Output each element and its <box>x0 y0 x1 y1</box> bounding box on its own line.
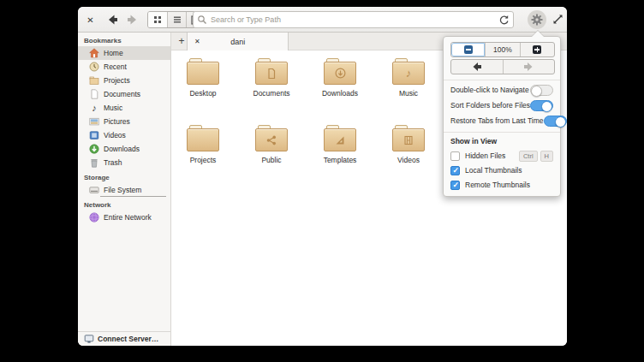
music-note-glyph: ♪ <box>406 68 412 80</box>
share-glyph <box>265 134 277 146</box>
zoom-level: 100% <box>485 43 520 56</box>
screen-background: ✕ <box>0 0 644 362</box>
file-label: Music <box>399 89 418 98</box>
file-item-downloads[interactable]: Downloads <box>312 58 368 98</box>
sidebar-item-entire-network[interactable]: Entire Network <box>78 211 170 224</box>
zoom-out-icon <box>464 45 473 54</box>
sidebar-item-label: File System <box>104 186 141 194</box>
sidebar-item-documents[interactable]: Documents <box>78 87 170 101</box>
menu-item-label: Remote Thumbnails <box>465 181 553 189</box>
file-item-templates[interactable]: Templates <box>312 125 368 164</box>
sidebar-item-music[interactable]: ♪ Music <box>78 101 170 115</box>
back-button[interactable] <box>104 11 121 28</box>
sidebar-item-downloads[interactable]: Downloads <box>78 142 170 156</box>
sidebar-item-label: Videos <box>104 131 126 139</box>
folder-public-icon <box>255 125 288 151</box>
folder-videos-icon <box>392 125 425 151</box>
file-label: Videos <box>397 156 420 164</box>
window-close-button[interactable]: ✕ <box>84 14 97 27</box>
menu-history-control <box>450 59 555 74</box>
search-bar <box>193 11 514 28</box>
file-item-music[interactable]: ♪ Music <box>380 58 437 98</box>
menu-item-hidden-files[interactable]: Hidden Files Ctrl H <box>450 149 553 163</box>
shortcut-key-ctrl: Ctrl <box>519 151 538 162</box>
forward-button[interactable] <box>124 11 141 28</box>
file-label: Projects <box>190 156 217 164</box>
sidebar-item-label: Music <box>104 104 122 112</box>
tab-label: dani <box>200 38 288 46</box>
zoom-control: 100% <box>450 42 555 57</box>
sidebar-item-pictures[interactable]: Pictures <box>78 115 170 128</box>
folder-icon <box>187 125 219 151</box>
tab-close-button[interactable]: ✕ <box>188 38 200 45</box>
tab-dani[interactable]: ✕ dani <box>187 33 289 50</box>
file-label: Documents <box>253 89 290 98</box>
network-header: Network <box>78 197 170 211</box>
connect-server-button[interactable]: Connect Server… <box>78 331 170 346</box>
menu-forward-button[interactable] <box>503 60 555 74</box>
menu-separator <box>444 132 560 133</box>
sidebar-item-recent[interactable]: Recent <box>78 60 170 74</box>
file-item-videos[interactable]: Videos <box>380 125 437 164</box>
menu-item-label: Restore Tabs from Last Time <box>450 116 544 125</box>
file-item-desktop[interactable]: Desktop <box>175 58 231 98</box>
file-item-public[interactable]: Public <box>243 125 300 164</box>
sidebar-item-projects[interactable]: Projects <box>78 74 170 87</box>
grid-view-button[interactable] <box>148 12 167 27</box>
shortcut-key-h: H <box>540 151 553 162</box>
menu-item-local-thumbnails[interactable]: Local Thumbnails <box>450 163 553 177</box>
fullscreen-button[interactable] <box>551 13 565 27</box>
file-label: Desktop <box>189 89 216 98</box>
menu-item-double-click[interactable]: Double-click to Navigate <box>450 83 553 97</box>
menu-item-label: Sort Folders before Files <box>450 101 530 110</box>
search-input[interactable] <box>207 15 498 24</box>
disk-usage-bar <box>100 196 166 197</box>
show-in-view-header: Show in View <box>450 134 553 148</box>
folder-templates-icon <box>324 125 356 151</box>
server-icon <box>84 334 94 344</box>
sidebar-item-videos[interactable]: Videos <box>78 128 170 142</box>
menu-item-remote-thumbnails[interactable]: Remote Thumbnails <box>450 178 553 192</box>
menu-back-button[interactable] <box>451 60 503 74</box>
menu-item-label: Double-click to Navigate <box>450 86 530 94</box>
sidebar-item-trash[interactable]: Trash <box>78 156 170 169</box>
template-glyph <box>334 134 346 146</box>
list-view-icon <box>173 15 182 24</box>
video-icon <box>89 130 99 140</box>
sidebar-item-label: Downloads <box>104 145 140 153</box>
double-click-toggle[interactable] <box>530 85 553 96</box>
settings-button[interactable] <box>528 10 546 29</box>
sidebar-item-label: Projects <box>104 76 130 85</box>
restore-tabs-toggle[interactable] <box>544 116 567 127</box>
settings-menu: 100% Double-click to Navigate Sort Folde… <box>443 36 561 197</box>
hidden-files-checkbox[interactable] <box>450 151 460 161</box>
zoom-in-button[interactable] <box>521 43 554 56</box>
local-thumbnails-checkbox[interactable] <box>450 166 460 175</box>
file-item-documents[interactable]: Documents <box>243 58 300 98</box>
toolbar: ✕ <box>78 7 567 33</box>
back-arrow-icon <box>105 13 119 27</box>
download-icon <box>89 144 99 154</box>
refresh-icon[interactable] <box>498 15 510 26</box>
menu-item-restore-tabs[interactable]: Restore Tabs from Last Time <box>450 114 553 128</box>
file-label: Templates <box>324 156 357 164</box>
folder-icon <box>187 58 219 85</box>
home-icon <box>89 48 99 58</box>
file-label: Downloads <box>322 89 358 98</box>
zoom-out-button[interactable] <box>451 43 485 56</box>
sidebar-item-file-system[interactable]: File System <box>78 183 170 197</box>
remote-thumbnails-checkbox[interactable] <box>450 181 460 190</box>
file-item-projects[interactable]: Projects <box>175 125 231 164</box>
menu-item-label: Local Thumbnails <box>465 166 553 175</box>
folder-music-icon: ♪ <box>392 58 425 85</box>
menu-item-sort-folders[interactable]: Sort Folders before Files <box>450 98 553 112</box>
list-view-button[interactable] <box>167 12 186 27</box>
sidebar-item-label: Home <box>104 49 123 57</box>
sidebar: Bookmarks Home Recent Projects <box>78 33 171 346</box>
photo-icon <box>89 116 99 127</box>
menu-forward-icon <box>522 62 534 72</box>
storage-header: Storage <box>78 169 170 183</box>
sort-folders-toggle[interactable] <box>530 100 553 111</box>
forward-arrow-icon <box>126 13 140 27</box>
sidebar-item-home[interactable]: Home <box>78 46 170 60</box>
